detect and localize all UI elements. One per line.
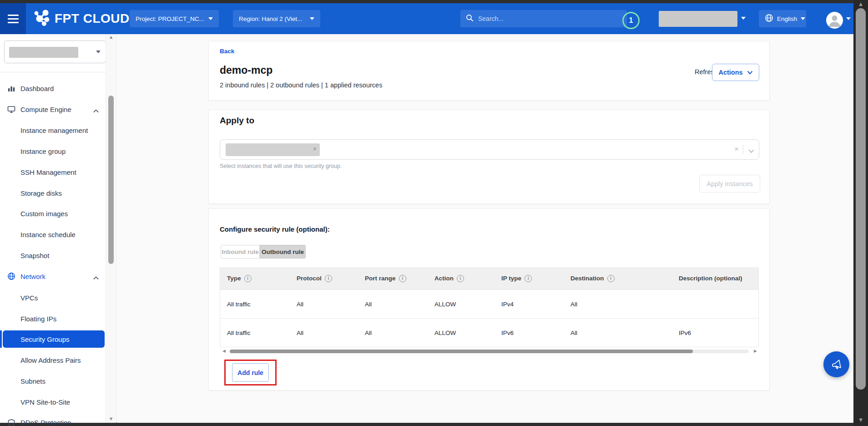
project-selector-label: Project: PROJECT_NC...	[136, 15, 204, 22]
clear-selection-icon[interactable]: ×	[734, 145, 739, 154]
horizontal-scrollbar-track[interactable]	[230, 350, 749, 353]
caret-down-icon	[208, 17, 213, 20]
sidebar-divider	[0, 72, 106, 72]
info-icon[interactable]: i	[244, 275, 252, 282]
sidebar-item-floating-ips[interactable]: Floating IPs	[0, 312, 106, 325]
selected-item-accent-bar	[0, 330, 2, 348]
hamburger-menu-button[interactable]	[0, 3, 26, 34]
table-horizontal-scrollbar[interactable]: ◀ ▶	[220, 348, 759, 355]
table-row[interactable]: All traffic All All ALLOW IPv4 All	[220, 289, 758, 318]
vertical-scrollbar-thumb[interactable]	[856, 8, 866, 390]
fpt-logo-icon	[33, 8, 52, 29]
rules-table: Typei Protocoli Port rangei Actioni IP t…	[220, 267, 759, 347]
announcements-fab[interactable]	[823, 351, 849, 377]
window-bottom-edge	[0, 422, 853, 426]
rules-summary: 2 inbound rules | 2 outbound rules | 1 a…	[220, 81, 382, 89]
scroll-up-arrow-icon[interactable]: ▲	[853, 1, 868, 6]
info-icon[interactable]: i	[525, 275, 532, 282]
remove-chip-icon[interactable]: ×	[313, 145, 317, 152]
caret-down-icon	[741, 17, 746, 20]
sidebar-item-instance-schedule[interactable]: Instance schedule	[0, 228, 106, 241]
chevron-up-icon	[93, 106, 99, 114]
select-divider	[743, 145, 743, 154]
region-selector[interactable]: Region: Hanoi 2 (Viet...	[233, 10, 320, 27]
scroll-right-arrow-icon[interactable]: ▶	[754, 349, 757, 353]
globe-icon	[7, 272, 16, 281]
sidebar-item-custom-images[interactable]: Custom images	[0, 207, 106, 220]
sidebar-item-vpcs[interactable]: VPCs	[0, 291, 106, 304]
shield-icon	[7, 418, 16, 426]
scroll-down-arrow-icon[interactable]: ▼	[853, 417, 868, 422]
sidebar-item-storage-disks[interactable]: Storage disks	[0, 186, 106, 200]
region-selector-label: Region: Hanoi 2 (Viet...	[239, 15, 302, 22]
sidebar-item-ssh-management[interactable]: SSH Management	[0, 165, 106, 179]
sidebar-item-allow-address-pairs[interactable]: Allow Address Pairs	[0, 353, 106, 367]
window-top-edge	[0, 0, 868, 3]
info-icon[interactable]: i	[399, 275, 406, 282]
language-selector[interactable]: English	[759, 10, 806, 27]
horizontal-scrollbar-thumb[interactable]	[230, 350, 693, 353]
sidebar-item-snapshot[interactable]: Snapshot	[0, 248, 106, 262]
search-icon	[466, 14, 474, 24]
user-avatar[interactable]	[826, 12, 843, 29]
sidebar-item-dashboard[interactable]: Dashboard	[0, 81, 106, 95]
sidebar-item-network[interactable]: Network	[0, 269, 106, 283]
info-icon[interactable]: i	[457, 275, 464, 282]
tab-outbound-rule[interactable]: Outbound rule	[260, 245, 306, 259]
chevron-down-icon	[747, 71, 753, 75]
instances-multiselect[interactable]: × ×	[220, 139, 759, 160]
security-rules-card: Configure security rule (optional): Inbo…	[208, 208, 770, 390]
actions-dropdown-button[interactable]: Actions	[712, 64, 759, 81]
notification-badge[interactable]: 1	[622, 12, 640, 29]
caret-down-icon	[846, 17, 851, 20]
tab-inbound-rule[interactable]: Inbound rule	[221, 245, 260, 259]
caret-down-icon	[96, 51, 101, 53]
project-selector[interactable]: Project: PROJECT_NC...	[130, 10, 219, 27]
chevron-down-icon[interactable]	[748, 147, 754, 155]
table-row[interactable]: All traffic All All ALLOW IPv6 All IPv6	[220, 318, 758, 347]
megaphone-icon	[830, 358, 843, 370]
page-vertical-scrollbar[interactable]: ▲ ▼	[853, 0, 868, 426]
sidebar-scrollbar[interactable]: ▲ ▼	[106, 34, 116, 423]
apply-instances-button[interactable]: Apply instances	[699, 175, 760, 193]
apply-to-title: Apply to	[220, 116, 254, 126]
tenant-selector-redacted[interactable]	[659, 11, 737, 27]
back-link[interactable]: Back	[220, 48, 234, 55]
top-navbar: FPT CLOUD Project: PROJECT_NC... Region:…	[0, 3, 853, 34]
configure-rule-heading: Configure security rule (optional):	[220, 225, 330, 233]
sidebar-navigation: Dashboard Compute Engine Instance manage…	[0, 34, 116, 423]
language-label: English	[777, 15, 797, 22]
bar-chart-icon	[7, 84, 16, 93]
monitor-icon	[7, 105, 16, 114]
select-helper-text: Select instances that will use this secu…	[220, 163, 342, 169]
scroll-down-arrow-icon[interactable]: ▼	[106, 417, 116, 421]
fpt-cloud-logo: FPT CLOUD	[33, 3, 130, 34]
page-title: demo-mcp	[220, 64, 273, 76]
scroll-left-arrow-icon[interactable]: ◀	[222, 349, 226, 353]
chevron-up-icon	[93, 274, 99, 281]
sidebar-scrollbar-thumb[interactable]	[108, 96, 114, 264]
globe-icon	[765, 14, 773, 24]
rules-table-header: Typei Protocoli Port rangei Actioni IP t…	[220, 267, 758, 289]
sidebar-item-vpn-site-to-site[interactable]: VPN Site-to-Site	[0, 395, 106, 409]
global-search[interactable]	[460, 10, 627, 27]
sidebar-item-instance-group[interactable]: Instance group	[0, 144, 106, 158]
add-rule-button[interactable]: Add rule	[232, 363, 269, 382]
selected-instance-chip-redacted: ×	[226, 143, 320, 156]
scroll-up-arrow-icon[interactable]: ▲	[106, 35, 116, 39]
sidebar-item-instance-management[interactable]: Instance management	[0, 123, 106, 137]
red-annotation-box: Add rule	[224, 360, 277, 385]
caret-down-icon	[801, 17, 805, 20]
sidebar-item-ddos-protection[interactable]: DDoS Protection	[0, 416, 106, 426]
info-icon[interactable]: i	[607, 275, 615, 282]
redacted-selection	[9, 47, 78, 58]
info-icon[interactable]: i	[325, 275, 332, 282]
sidebar-vpc-selector[interactable]	[4, 41, 106, 63]
apply-to-card: Apply to × × Select instances that will …	[208, 110, 770, 204]
sidebar-item-security-groups[interactable]: Security Groups	[3, 330, 105, 348]
sidebar-item-compute-engine[interactable]: Compute Engine	[0, 102, 106, 116]
caret-down-icon	[310, 17, 314, 20]
search-input[interactable]	[478, 15, 615, 22]
sidebar-item-subnets[interactable]: Subnets	[0, 374, 106, 388]
security-group-header-card: Back demo-mcp 2 inbound rules | 2 outbou…	[208, 41, 770, 101]
